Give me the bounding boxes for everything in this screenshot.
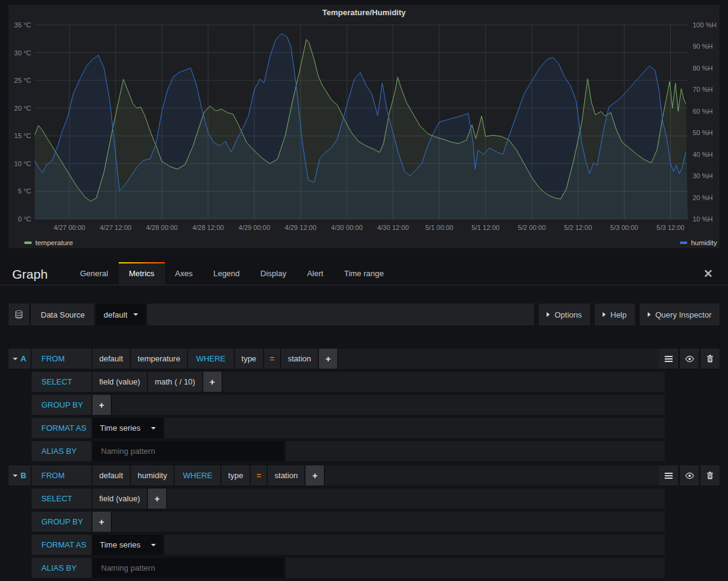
group-by-label: GROUP BY bbox=[32, 395, 91, 415]
datasource-select[interactable]: default bbox=[96, 304, 145, 325]
svg-text:60 %H: 60 %H bbox=[693, 108, 713, 115]
query-menu-button[interactable] bbox=[659, 349, 678, 369]
add-where-button[interactable]: + bbox=[306, 465, 324, 485]
add-select-button[interactable]: + bbox=[148, 489, 166, 509]
svg-text:70 %H: 70 %H bbox=[693, 86, 713, 93]
svg-text:10 %H: 10 %H bbox=[693, 215, 713, 223]
svg-text:35 °C: 35 °C bbox=[14, 21, 31, 29]
select-row: SELECT field (value) math ( / 10) + bbox=[32, 372, 665, 392]
alias-by-row: ALIAS BY bbox=[32, 441, 665, 461]
query-delete-button[interactable] bbox=[701, 349, 719, 369]
panel-type-title: Graph bbox=[12, 267, 47, 282]
tab-general[interactable]: General bbox=[69, 262, 118, 285]
graph-panel: Temperature/Humidity 0 °C5 °C10 °C15 °C2… bbox=[9, 5, 719, 248]
svg-text:5/1 12:00: 5/1 12:00 bbox=[472, 224, 500, 231]
tab-time-range[interactable]: Time range bbox=[334, 262, 394, 285]
chevron-right-icon bbox=[547, 312, 550, 317]
row-filler bbox=[112, 395, 665, 415]
svg-text:5/1 00:00: 5/1 00:00 bbox=[425, 224, 453, 231]
datasource-row-filler bbox=[147, 304, 534, 325]
where-operator-part[interactable]: = bbox=[251, 465, 267, 485]
svg-text:40 %H: 40 %H bbox=[693, 151, 713, 158]
select-math-part[interactable]: math ( / 10) bbox=[148, 372, 201, 392]
add-select-button[interactable]: + bbox=[203, 372, 222, 392]
select-field-part[interactable]: field (value) bbox=[93, 489, 147, 509]
query-toggle-visibility-button[interactable] bbox=[680, 465, 699, 485]
query-inspector-button[interactable]: Query Inspector bbox=[640, 304, 720, 325]
chart-svg[interactable]: 0 °C5 °C10 °C15 °C20 °C25 °C30 °C35 °C10… bbox=[9, 5, 719, 249]
where-label: WHERE bbox=[175, 465, 220, 485]
datasource-row: Data Source default Options Help Query I… bbox=[9, 304, 719, 325]
alias-by-input[interactable] bbox=[93, 558, 284, 578]
svg-text:25 °C: 25 °C bbox=[14, 77, 31, 84]
select-row: SELECT field (value) + bbox=[32, 489, 665, 509]
svg-text:20 %H: 20 %H bbox=[693, 194, 713, 201]
where-value-part[interactable]: station bbox=[268, 465, 304, 485]
tab-alert[interactable]: Alert bbox=[296, 262, 334, 285]
query-a-collapse-toggle[interactable]: A bbox=[9, 349, 30, 369]
query-delete-button[interactable] bbox=[701, 465, 719, 485]
tab-legend[interactable]: Legend bbox=[203, 262, 250, 285]
trash-icon bbox=[705, 471, 715, 480]
svg-text:50 %H: 50 %H bbox=[693, 129, 713, 136]
from-datasource-part[interactable]: default bbox=[93, 465, 130, 485]
svg-text:5/2 12:00: 5/2 12:00 bbox=[564, 224, 592, 231]
format-as-select[interactable]: Time series bbox=[93, 418, 163, 438]
chevron-down-icon bbox=[151, 544, 156, 546]
add-group-by-button[interactable]: + bbox=[93, 395, 111, 415]
from-measurement-part[interactable]: humidity bbox=[131, 465, 173, 485]
row-filler bbox=[285, 441, 665, 461]
format-as-row: FORMAT AS Time series bbox=[32, 418, 665, 438]
format-as-value: Time series bbox=[100, 423, 141, 433]
add-group-by-button[interactable]: + bbox=[93, 512, 111, 532]
panel-title[interactable]: Temperature/Humidity bbox=[9, 8, 719, 17]
where-key-part[interactable]: type bbox=[235, 349, 264, 369]
eye-icon bbox=[685, 471, 695, 481]
query-toggle-visibility-button[interactable] bbox=[680, 349, 699, 369]
tab-metrics[interactable]: Metrics bbox=[119, 262, 165, 285]
svg-text:5/3 12:00: 5/3 12:00 bbox=[657, 224, 685, 231]
row-filler bbox=[223, 372, 665, 392]
svg-text:5/2 00:00: 5/2 00:00 bbox=[518, 224, 546, 231]
close-icon[interactable] bbox=[704, 270, 712, 277]
menu-icon bbox=[665, 356, 673, 362]
legend-swatch-temperature bbox=[24, 242, 32, 244]
alias-by-row: ALIAS BY bbox=[32, 558, 665, 578]
alias-by-label: ALIAS BY bbox=[32, 441, 91, 461]
legend-swatch-humidity bbox=[680, 242, 687, 244]
query-a-rows: FROM default temperature WHERE type = st… bbox=[32, 349, 665, 461]
where-key-part[interactable]: type bbox=[222, 465, 250, 485]
query-b-collapse-toggle[interactable]: B bbox=[9, 465, 30, 485]
help-button[interactable]: Help bbox=[595, 304, 635, 325]
svg-text:5 °C: 5 °C bbox=[18, 187, 31, 195]
format-as-select[interactable]: Time series bbox=[93, 535, 163, 555]
svg-text:100 %H: 100 %H bbox=[693, 21, 716, 29]
datasource-selected-value: default bbox=[103, 310, 127, 319]
chevron-down-icon bbox=[151, 427, 156, 430]
svg-text:20 °C: 20 °C bbox=[14, 105, 31, 112]
query-menu-button[interactable] bbox=[659, 465, 678, 485]
select-label: SELECT bbox=[32, 489, 91, 509]
svg-text:90 %H: 90 %H bbox=[693, 43, 713, 50]
from-label: FROM bbox=[32, 349, 91, 369]
select-field-part[interactable]: field (value) bbox=[93, 372, 147, 392]
query-b-actions bbox=[659, 465, 719, 485]
query-b: B FROM default humidity WHERE type = sta… bbox=[9, 465, 719, 581]
alias-by-input[interactable] bbox=[93, 441, 284, 461]
legend-item-temperature[interactable]: temperature bbox=[24, 239, 73, 246]
from-datasource-part[interactable]: default bbox=[93, 349, 130, 369]
tab-display[interactable]: Display bbox=[250, 262, 297, 285]
chevron-right-icon bbox=[648, 312, 651, 317]
tab-axes[interactable]: Axes bbox=[165, 262, 203, 285]
legend-item-humidity[interactable]: humidity bbox=[680, 239, 717, 246]
where-operator-part[interactable]: = bbox=[264, 349, 280, 369]
from-measurement-part[interactable]: temperature bbox=[131, 349, 187, 369]
row-filler bbox=[167, 489, 665, 509]
from-row: FROM default temperature WHERE type = st… bbox=[32, 349, 665, 369]
add-where-button[interactable]: + bbox=[319, 349, 337, 369]
format-as-label: FORMAT AS bbox=[32, 535, 91, 555]
where-value-part[interactable]: station bbox=[281, 349, 318, 369]
query-a-actions bbox=[659, 349, 719, 369]
options-button[interactable]: Options bbox=[539, 304, 590, 325]
alias-by-label: ALIAS BY bbox=[32, 558, 91, 578]
